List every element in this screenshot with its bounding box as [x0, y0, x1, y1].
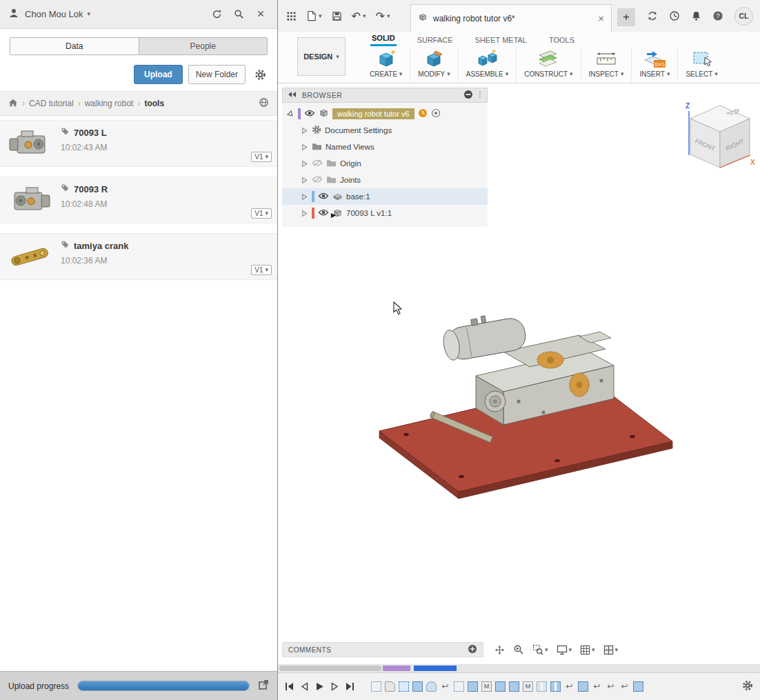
expand-arrow-icon[interactable]: [300, 126, 308, 134]
expand-arrow-icon[interactable]: [300, 192, 308, 201]
step-back-button[interactable]: [300, 682, 309, 691]
3d-model-gearbox-on-plate[interactable]: [372, 310, 676, 519]
browser-row-document-settings[interactable]: Document Settings: [282, 122, 488, 139]
browser-root-row[interactable]: walking robot tutor v6: [282, 106, 488, 122]
timeline-marker-blue[interactable]: [414, 666, 457, 671]
timeline-feature-m-icon[interactable]: M: [481, 681, 492, 692]
timeline-feature-cyl-icon[interactable]: [426, 681, 437, 692]
step-forward-button[interactable]: [330, 682, 339, 691]
data-item-70093-l[interactable]: 70093 L 10:02:43 AM V1▾: [0, 120, 277, 167]
timeline-feature-box-fill-icon[interactable]: [412, 681, 423, 692]
job-status-icon[interactable]: [647, 10, 658, 21]
open-upload-window-icon[interactable]: [258, 679, 269, 692]
timeline-feature-arrow-icon[interactable]: ↩: [564, 681, 574, 692]
timeline-feature-arrow-icon[interactable]: ↩: [619, 681, 630, 692]
expand-arrow-icon[interactable]: [300, 176, 308, 184]
timeline-feature-box-fill-icon[interactable]: [633, 681, 643, 692]
globe-icon[interactable]: [259, 97, 269, 110]
expand-arrow-icon[interactable]: [300, 143, 308, 151]
refresh-icon[interactable]: [208, 6, 225, 23]
tab-tools[interactable]: TOOLS: [548, 36, 576, 46]
timeline-feature-box-fill-icon[interactable]: [468, 681, 478, 692]
expand-arrow-icon[interactable]: [300, 159, 308, 168]
timeline-feature-arrow-icon[interactable]: ↩: [606, 681, 616, 692]
close-tab-icon[interactable]: ×: [598, 12, 604, 24]
visibility-eye-icon[interactable]: [318, 208, 329, 218]
version-dropdown[interactable]: V1▾: [251, 152, 272, 162]
user-avatar[interactable]: CL: [734, 7, 753, 26]
go-to-start-button[interactable]: [285, 682, 294, 691]
save-icon[interactable]: [332, 11, 342, 21]
help-icon[interactable]: ?: [712, 10, 723, 21]
app-grid-icon[interactable]: [286, 11, 297, 21]
timeline-feature-arrow-icon[interactable]: ↩: [440, 681, 450, 692]
timeline-feature-box-icon[interactable]: [454, 681, 464, 692]
document-tab[interactable]: walking robot tutor v6* ×: [410, 4, 612, 32]
timeline-feature-m-icon[interactable]: M: [523, 681, 533, 692]
zoom-icon[interactable]: [513, 644, 524, 655]
upload-button[interactable]: Upload: [134, 65, 183, 84]
fit-view-icon[interactable]: ▾: [532, 644, 548, 655]
browser-row-origin[interactable]: Origin: [282, 155, 488, 172]
search-icon[interactable]: [230, 6, 247, 23]
account-menu[interactable]: Chon Mou Lok ▾: [25, 9, 90, 19]
browser-row-base[interactable]: base:1: [282, 188, 488, 205]
visibility-eye-icon[interactable]: [304, 109, 315, 119]
data-item-70093-r[interactable]: 70093 R 10:02:48 AM V1▾: [0, 177, 277, 223]
timeline-feature-box-dashed-icon[interactable]: [399, 681, 409, 692]
timeline-feature-arrow-icon[interactable]: ↩: [592, 681, 602, 692]
hide-panel-icon[interactable]: [463, 90, 473, 101]
pan-icon[interactable]: [494, 645, 505, 655]
visibility-off-eye-icon[interactable]: [312, 159, 323, 168]
add-comment-icon[interactable]: [468, 644, 477, 656]
data-panel-settings-gear-icon[interactable]: [251, 66, 269, 83]
timeline-marker-purple[interactable]: [383, 666, 410, 671]
tab-solid[interactable]: SOLID: [370, 34, 397, 46]
visibility-eye-icon[interactable]: [318, 192, 329, 201]
workspace-dropdown[interactable]: DESIGN▾: [297, 37, 346, 76]
view-cube[interactable]: Z TOP FRONT RIGHT X: [681, 100, 759, 177]
3d-viewport-canvas[interactable]: BROWSER walking robot tutor v6: [278, 83, 760, 664]
timeline-feature-box-fill-icon[interactable]: [509, 681, 519, 692]
close-panel-icon[interactable]: ×: [252, 6, 269, 23]
panel-grip-icon[interactable]: [478, 90, 482, 101]
browser-row-named-views[interactable]: Named Views: [282, 139, 488, 155]
viewports-icon[interactable]: ▾: [603, 645, 619, 655]
version-dropdown[interactable]: V1▾: [251, 265, 272, 275]
go-to-end-button[interactable]: [346, 682, 354, 691]
collapse-panel-icon[interactable]: [288, 90, 297, 100]
modify-menu[interactable]: MODIFY▾: [410, 47, 458, 83]
browser-row-70093-l[interactable]: 70093 L v1:1: [282, 205, 488, 221]
timeline-feature-box-icon[interactable]: [371, 681, 381, 692]
timeline-settings-gear-icon[interactable]: [742, 680, 753, 693]
comments-bar[interactable]: COMMENTS: [282, 642, 483, 657]
home-icon[interactable]: [8, 98, 18, 110]
browser-row-joints[interactable]: Joints: [282, 172, 488, 188]
new-tab-button[interactable]: +: [617, 8, 635, 26]
breadcrumb-cad-tutorial[interactable]: CAD tutorial: [29, 99, 74, 108]
expand-arrow-icon[interactable]: [286, 110, 294, 118]
new-folder-button[interactable]: New Folder: [188, 65, 246, 84]
construct-menu[interactable]: CONSTRUCT▾: [517, 47, 581, 83]
breadcrumb-walking-robot[interactable]: walking robot: [85, 99, 134, 108]
timeline-feature-box-fill-icon[interactable]: [578, 681, 588, 692]
create-menu[interactable]: CREATE▾: [362, 47, 410, 83]
timeline-scrollbar-thumb[interactable]: [279, 666, 381, 671]
clock-history-icon[interactable]: [669, 10, 680, 21]
expand-arrow-icon[interactable]: [300, 209, 308, 217]
grid-snaps-icon[interactable]: ▾: [580, 645, 595, 655]
select-menu[interactable]: SELECT▾: [678, 47, 725, 83]
redo-icon[interactable]: ↷▾: [375, 10, 390, 23]
display-settings-icon[interactable]: ▾: [557, 645, 572, 655]
timeline-feature-pair-icon[interactable]: [537, 681, 547, 692]
timeline-feature-flag-icon[interactable]: [385, 681, 395, 692]
activate-component-radio-icon[interactable]: [431, 108, 441, 119]
play-button[interactable]: [315, 682, 324, 691]
visibility-off-eye-icon[interactable]: [312, 175, 323, 185]
inspect-menu[interactable]: INSPECT▾: [581, 47, 632, 83]
timeline-feature-pair-fill-icon[interactable]: [550, 681, 561, 692]
version-dropdown[interactable]: V1▾: [251, 208, 272, 219]
assemble-menu[interactable]: ASSEMBLE▾: [459, 47, 517, 83]
tab-surface[interactable]: SURFACE: [416, 36, 454, 46]
file-menu-icon[interactable]: ▾: [306, 10, 322, 21]
